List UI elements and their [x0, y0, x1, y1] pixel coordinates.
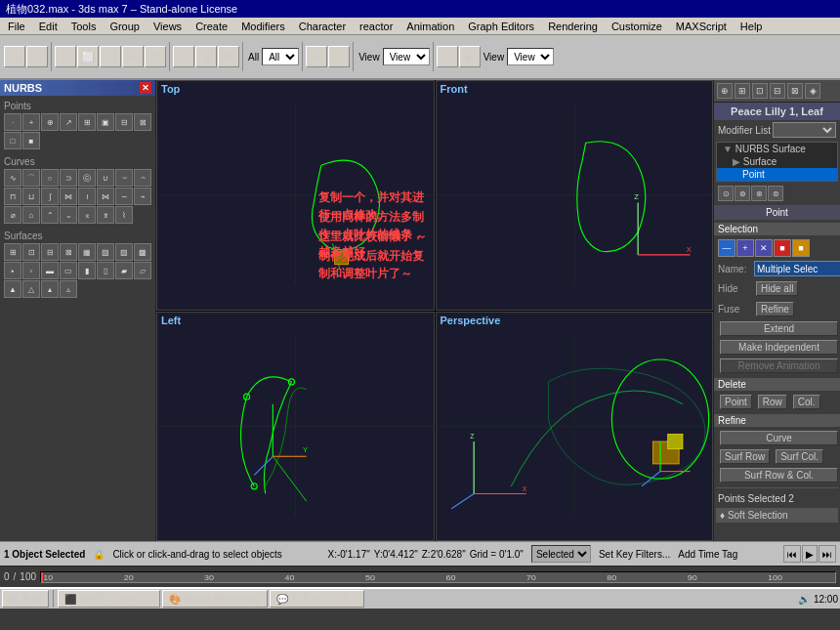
play-btn[interactable]: ▶	[802, 545, 818, 563]
surf-icon-3[interactable]: ⊟	[41, 243, 59, 261]
rp-icon-3[interactable]: ⊡	[752, 83, 768, 99]
curve-icon-11[interactable]: ∫	[41, 188, 59, 205]
view-dropdown1[interactable]: View	[383, 48, 430, 65]
rp-icon-5[interactable]: ⊠	[787, 83, 803, 99]
menu-tools[interactable]: Tools	[67, 21, 101, 32]
menu-maxscript[interactable]: MAXScript	[672, 21, 731, 32]
point-icon-9[interactable]: □	[4, 132, 21, 149]
sel-btn-3[interactable]: ✕	[755, 239, 773, 257]
redo-btn[interactable]: ↪	[26, 46, 48, 67]
surf-icon-12[interactable]: ▭	[60, 262, 77, 279]
menu-rendering[interactable]: Rendering	[544, 21, 602, 32]
curve-icon-12[interactable]: ⋈	[60, 188, 77, 205]
surf-row-btn[interactable]: Surf Row	[720, 449, 770, 464]
sel-btn-1[interactable]: —	[718, 239, 735, 257]
curve-icon-2[interactable]: ⌒	[22, 169, 40, 187]
menu-create[interactable]: Create	[191, 21, 231, 32]
surf-icon-10[interactable]: ▫	[22, 262, 40, 279]
make-independent-btn[interactable]: Make Independent	[720, 340, 838, 355]
curve-icon-14[interactable]: ⋈	[97, 188, 114, 205]
next-frame-btn[interactable]: ⏭	[819, 545, 836, 563]
point-icon-7[interactable]: ⊟	[115, 113, 133, 131]
point-icon-8[interactable]: ⊠	[134, 113, 151, 131]
surf-icon-4[interactable]: ⊠	[60, 243, 77, 261]
surf-icon-2[interactable]: ⊡	[22, 243, 40, 261]
menu-group[interactable]: Group	[105, 21, 144, 32]
curve-icon-13[interactable]: ≀	[78, 188, 96, 205]
surf-icon-13[interactable]: ▮	[78, 262, 96, 279]
select-btn[interactable]: ↖	[55, 46, 76, 67]
surf-icon-8[interactable]: ▩	[134, 243, 151, 261]
extend-btn[interactable]: Extend	[720, 321, 838, 336]
undo-btn[interactable]: ↩	[4, 46, 25, 67]
rotate-btn[interactable]: ↻	[122, 46, 144, 67]
rp-tool-2[interactable]: ⊚	[735, 186, 750, 201]
remove-animation-btn[interactable]: Remove Animation	[720, 358, 838, 373]
prev-frame-btn[interactable]: ⏮	[783, 545, 801, 563]
curve-icon-5[interactable]: ⓒ	[78, 169, 96, 187]
surf-col-btn[interactable]: Surf Col.	[776, 449, 823, 464]
menu-character[interactable]: Character	[295, 21, 350, 32]
name-input[interactable]	[754, 261, 840, 276]
align-btn[interactable]: ≡	[328, 46, 350, 67]
curve-icon-22[interactable]: ⌆	[97, 206, 114, 224]
menu-file[interactable]: File	[4, 21, 29, 32]
menu-help[interactable]: Help	[736, 21, 767, 32]
rp-icon-2[interactable]: ⊞	[735, 83, 750, 99]
tree-surface[interactable]: ▶ Surface	[717, 155, 837, 168]
modifier-list-dropdown[interactable]	[773, 122, 836, 138]
viewport-top[interactable]: Top 复制一个，并对其进行一点修改。 使用同样的方法多制作一点叶片的线条，越多…	[156, 80, 435, 311]
surf-icon-7[interactable]: ▨	[115, 243, 133, 261]
surf-icon-18[interactable]: △	[22, 280, 40, 298]
viewport-left[interactable]: Left Y	[156, 312, 435, 542]
viewport-front[interactable]: Front X Z	[436, 80, 714, 311]
curve-icon-20[interactable]: ⌄	[60, 206, 77, 224]
surf-icon-1[interactable]: ⊞	[4, 243, 21, 261]
tree-point[interactable]: Point	[717, 168, 837, 181]
quick-render-btn[interactable]: ▶	[459, 46, 481, 67]
sel-btn-4[interactable]: ■	[774, 239, 791, 257]
task-3dsmax[interactable]: ⬛ 植物032.max - ...	[58, 590, 160, 608]
timeline-track[interactable]: 10 20 30 40 50 60 70 80 90 100	[40, 571, 836, 583]
curve-icon-4[interactable]: ⊃	[60, 169, 77, 187]
delete-point-btn[interactable]: Point	[720, 395, 752, 409]
delete-row-btn[interactable]: Row	[758, 395, 787, 409]
nurbs-close-btn[interactable]: ✕	[140, 82, 151, 94]
sel-btn-2[interactable]: +	[736, 239, 754, 257]
snap-btn[interactable]: ⧉	[173, 46, 194, 67]
surf-icon-20[interactable]: ▵	[60, 280, 77, 298]
surf-row-col-btn[interactable]: Surf Row & Col.	[720, 468, 838, 483]
curve-btn[interactable]: Curve	[720, 431, 838, 445]
surf-icon-16[interactable]: ▱	[134, 262, 151, 279]
point-icon-3[interactable]: ⊕	[41, 113, 59, 131]
point-icon-1[interactable]: ·	[4, 113, 21, 131]
menu-modifiers[interactable]: Modifiers	[237, 21, 289, 32]
curve-icon-23[interactable]: ⌇	[115, 206, 133, 224]
menu-edit[interactable]: Edit	[35, 21, 62, 32]
rp-tool-1[interactable]: ⊙	[718, 186, 734, 201]
curve-icon-17[interactable]: ⌀	[4, 206, 21, 224]
surf-icon-11[interactable]: ▬	[41, 262, 59, 279]
tree-nurbs-surface[interactable]: ▼ NURBS Surface	[717, 143, 837, 155]
curve-icon-6[interactable]: ∪	[97, 169, 114, 187]
surf-icon-19[interactable]: ▴	[41, 280, 59, 298]
curve-icon-3[interactable]: ○	[41, 169, 59, 187]
rp-icon-1[interactable]: ⊕	[717, 83, 733, 99]
percent-snap-btn[interactable]: %	[218, 46, 239, 67]
rp-tool-3[interactable]: ⊛	[751, 186, 767, 201]
curve-icon-21[interactable]: ⌅	[78, 206, 96, 224]
menu-animation[interactable]: Animation	[402, 21, 458, 32]
add-time-tag[interactable]: Add Time Tag	[678, 549, 737, 560]
hide-all-btn[interactable]: Hide all	[756, 281, 798, 296]
curve-icon-18[interactable]: ⌂	[22, 206, 40, 224]
surf-icon-6[interactable]: ▧	[97, 243, 114, 261]
mirror-btn[interactable]: ⇌	[306, 46, 327, 67]
point-icon-10[interactable]: ■	[22, 132, 40, 149]
task-photoshop[interactable]: 🎨 Adobe Photoshop	[162, 590, 269, 608]
viewport-perspective[interactable]: Perspective X Z	[436, 312, 714, 542]
selected-dropdown[interactable]: Selected	[531, 545, 591, 563]
view-dropdown2[interactable]: View	[507, 48, 554, 65]
task-forum[interactable]: 💬 完美动力讨论...	[270, 590, 364, 608]
curve-icon-10[interactable]: ⊔	[22, 188, 40, 205]
all-dropdown[interactable]: All	[262, 48, 299, 65]
